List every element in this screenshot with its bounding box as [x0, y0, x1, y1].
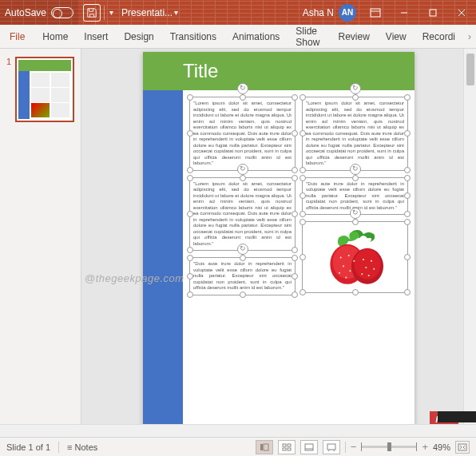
ribbon-tabs: File Home Insert Design Transitions Anim…: [0, 25, 476, 49]
zoom-slider[interactable]: [361, 446, 417, 448]
svg-point-14: [349, 270, 351, 272]
svg-point-16: [345, 276, 347, 278]
normal-view-icon: [260, 443, 269, 451]
svg-point-12: [353, 260, 355, 261]
zoom-value[interactable]: 49%: [433, 442, 450, 452]
thumbnail-number: 1: [6, 57, 12, 122]
tab-slideshow[interactable]: Slide Show: [288, 25, 330, 48]
ribbon-display-button[interactable]: [361, 0, 390, 25]
svg-point-22: [361, 273, 363, 275]
doc-dropdown-icon[interactable]: ▾: [174, 8, 178, 17]
slide-thumbnail-panel: 1: [0, 49, 81, 424]
horizontal-scrollbar[interactable]: [0, 424, 476, 437]
tab-design[interactable]: Design: [116, 25, 161, 48]
svg-rect-29: [305, 444, 313, 450]
zoom-out-button[interactable]: −: [351, 441, 357, 453]
save-button[interactable]: [83, 4, 101, 22]
main-area: 1 @thegeekpage.com Title: [0, 49, 476, 424]
save-icon: [86, 7, 97, 18]
vertical-scrollbar[interactable]: [463, 49, 476, 424]
status-bar: Slide 1 of 1 ≡ Notes − + 49%: [0, 437, 476, 456]
normal-view-button[interactable]: [256, 440, 273, 454]
maximize-button[interactable]: [418, 0, 447, 25]
svg-rect-23: [260, 444, 263, 450]
textbox-left-1[interactable]: "Lorem ipsum dolor sit amet, consectetur…: [189, 97, 296, 171]
svg-rect-25: [283, 444, 286, 446]
ribbon-overflow-icon[interactable]: ›: [463, 25, 476, 48]
svg-point-10: [339, 256, 341, 258]
title-bar: AutoSave ▾ Presentati... ▾ Asha N AN: [0, 0, 476, 25]
svg-point-9: [354, 248, 380, 279]
minimize-icon: [399, 8, 409, 18]
image-strawberry[interactable]: [302, 221, 408, 293]
autosave-toggle[interactable]: AutoSave: [0, 0, 78, 25]
slide-counter: Slide 1 of 1: [6, 442, 50, 452]
slide-editor[interactable]: @thegeekpage.com Title "Lorem ipsum dolo…: [81, 49, 476, 424]
textbox-left-3[interactable]: "Duis aute irure dolor in reprehenderit …: [189, 257, 296, 295]
svg-rect-26: [288, 444, 291, 446]
toggle-off-icon: [51, 7, 73, 18]
tab-file[interactable]: File: [0, 25, 34, 48]
svg-point-21: [367, 275, 369, 276]
svg-point-18: [371, 260, 372, 261]
overlay-bar: [438, 411, 476, 422]
document-title: Presentati...: [121, 7, 173, 18]
slideshow-icon: [327, 443, 336, 451]
qat-chevron-icon[interactable]: ▾: [109, 8, 113, 17]
svg-rect-31: [327, 444, 335, 450]
minimize-button[interactable]: [390, 0, 418, 25]
svg-rect-28: [288, 448, 291, 450]
fit-icon: [458, 443, 467, 451]
slide-thumbnail-1[interactable]: [15, 57, 74, 122]
svg-rect-24: [264, 444, 268, 450]
tab-insert[interactable]: Insert: [76, 25, 116, 48]
textbox-right-1[interactable]: "Lorem ipsum dolor sit amet, consectetur…: [302, 97, 408, 171]
notes-button[interactable]: ≡ Notes: [67, 442, 97, 452]
close-button[interactable]: [447, 0, 476, 25]
tab-home[interactable]: Home: [34, 25, 76, 48]
reading-view-button[interactable]: [300, 440, 318, 454]
avatar: AN: [339, 4, 356, 22]
autosave-label: AutoSave: [5, 7, 46, 18]
tab-recording[interactable]: Recordi: [415, 25, 463, 48]
slide-title[interactable]: Title: [143, 52, 415, 90]
tab-view[interactable]: View: [378, 25, 415, 48]
slideshow-view-button[interactable]: [323, 440, 340, 454]
maximize-icon: [428, 8, 438, 18]
tab-review[interactable]: Review: [330, 25, 377, 48]
svg-point-13: [343, 265, 344, 267]
strawberry-icon: [315, 228, 395, 287]
textbox-left-2[interactable]: "Lorem ipsum dolor sit amet, consectetur…: [189, 177, 296, 252]
svg-point-19: [365, 267, 367, 268]
slide-sidebar-shape[interactable]: [143, 90, 183, 424]
zoom-in-button[interactable]: +: [422, 441, 428, 453]
ribbon-display-icon: [370, 8, 381, 18]
svg-rect-27: [283, 448, 286, 450]
fit-to-window-button[interactable]: [455, 441, 470, 454]
user-name: Asha N: [303, 7, 334, 18]
close-icon: [457, 8, 466, 18]
user-account[interactable]: Asha N AN: [303, 4, 356, 22]
sorter-view-icon: [282, 443, 292, 451]
reading-view-icon: [304, 443, 314, 451]
svg-rect-0: [371, 9, 380, 17]
tab-transitions[interactable]: Transitions: [162, 25, 224, 48]
svg-point-15: [339, 272, 340, 273]
svg-point-17: [363, 259, 364, 260]
sorter-view-button[interactable]: [278, 440, 296, 454]
svg-rect-34: [458, 444, 466, 450]
svg-point-11: [347, 255, 349, 256]
svg-point-20: [373, 268, 375, 269]
tab-animations[interactable]: Animations: [224, 25, 288, 48]
slide-canvas[interactable]: Title "Lorem ipsum dolor sit amet, conse…: [143, 52, 415, 424]
svg-rect-3: [430, 10, 436, 16]
